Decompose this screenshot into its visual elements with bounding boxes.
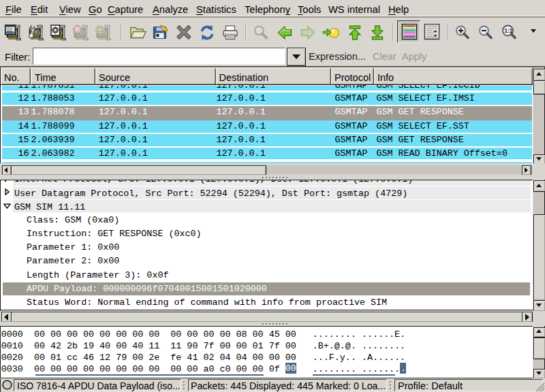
svg-text:1:1: 1:1 (504, 27, 513, 34)
